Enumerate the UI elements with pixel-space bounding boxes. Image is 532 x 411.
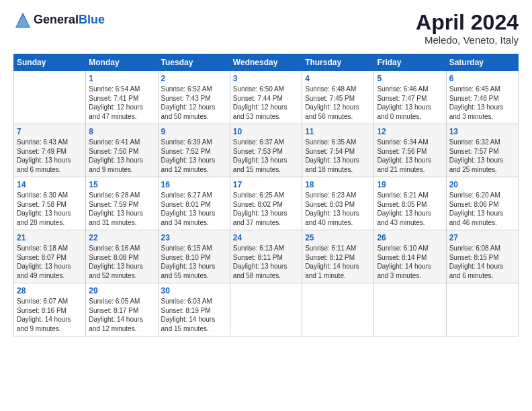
calendar-cell: 27Sunrise: 6:08 AMSunset: 8:15 PMDayligh…: [446, 230, 518, 283]
sunrise: Sunrise: 6:41 AM: [89, 138, 154, 147]
header-row: SundayMondayTuesdayWednesdayThursdayFrid…: [14, 54, 519, 71]
day-number: 16: [161, 180, 227, 189]
daylight: Daylight: 14 hours and 9 minutes.: [17, 315, 83, 333]
daylight: Daylight: 13 hours and 3 minutes.: [449, 103, 515, 121]
day-number: 13: [449, 127, 515, 136]
sunset: Sunset: 7:49 PM: [17, 147, 83, 156]
sunrise: Sunrise: 6:50 AM: [233, 85, 299, 94]
sunset: Sunset: 7:56 PM: [377, 147, 443, 156]
day-number: 2: [161, 74, 227, 83]
calendar-cell: [14, 71, 86, 124]
daylight: Daylight: 13 hours and 25 minutes.: [449, 156, 515, 174]
day-number: 28: [17, 286, 83, 295]
sunset: Sunset: 8:01 PM: [161, 200, 227, 210]
sunset: Sunset: 7:47 PM: [377, 94, 443, 103]
sunset: Sunset: 8:16 PM: [17, 306, 83, 316]
day-number: 8: [89, 127, 154, 136]
sunrise: Sunrise: 6:16 AM: [89, 244, 154, 253]
daylight: Daylight: 13 hours and 58 minutes.: [233, 262, 299, 280]
sunset: Sunset: 8:10 PM: [161, 253, 227, 263]
day-number: 26: [377, 233, 443, 242]
daylight: Daylight: 13 hours and 34 minutes.: [161, 209, 227, 227]
sunrise: Sunrise: 6:48 AM: [305, 85, 371, 94]
daylight: Daylight: 13 hours and 6 minutes.: [17, 156, 83, 174]
sunset: Sunset: 8:12 PM: [305, 253, 371, 263]
daylight: Daylight: 13 hours and 43 minutes.: [377, 209, 443, 227]
day-number: 30: [161, 286, 227, 295]
logo: GeneralBlue: [13, 11, 105, 30]
sunset: Sunset: 7:48 PM: [449, 94, 515, 103]
sunset: Sunset: 8:19 PM: [161, 306, 227, 316]
sunrise: Sunrise: 6:45 AM: [449, 85, 515, 94]
calendar-cell: [374, 283, 446, 336]
sunrise: Sunrise: 6:15 AM: [161, 244, 227, 253]
calendar-cell: 19Sunrise: 6:21 AMSunset: 8:05 PMDayligh…: [374, 177, 446, 230]
sunrise: Sunrise: 6:18 AM: [17, 244, 83, 253]
day-number: 5: [377, 74, 443, 83]
col-header-friday: Friday: [374, 54, 446, 71]
daylight: Daylight: 12 hours and 50 minutes.: [161, 103, 227, 121]
daylight: Daylight: 13 hours and 52 minutes.: [89, 262, 154, 280]
header: GeneralBlue April 2024 Meledo, Veneto, I…: [13, 11, 519, 46]
logo-icon: [13, 11, 32, 30]
day-number: 25: [305, 233, 371, 242]
sunrise: Sunrise: 6:54 AM: [89, 85, 154, 94]
sunrise: Sunrise: 6:25 AM: [233, 191, 299, 200]
sunset: Sunset: 7:58 PM: [17, 200, 83, 210]
calendar-cell: 2Sunrise: 6:52 AMSunset: 7:43 PMDaylight…: [158, 71, 230, 124]
col-header-tuesday: Tuesday: [158, 54, 230, 71]
sunrise: Sunrise: 6:27 AM: [161, 191, 227, 200]
day-number: 18: [305, 180, 371, 189]
col-header-saturday: Saturday: [446, 54, 518, 71]
daylight: Daylight: 14 hours and 12 minutes.: [89, 315, 154, 333]
sunset: Sunset: 7:50 PM: [89, 147, 154, 156]
logo-general: General: [34, 13, 79, 26]
week-row-5: 28Sunrise: 6:07 AMSunset: 8:16 PMDayligh…: [14, 283, 519, 336]
sunrise: Sunrise: 6:07 AM: [17, 297, 83, 306]
daylight: Daylight: 14 hours and 3 minutes.: [377, 262, 443, 280]
day-number: 29: [89, 286, 154, 295]
sunrise: Sunrise: 6:52 AM: [161, 85, 227, 94]
calendar-cell: 21Sunrise: 6:18 AMSunset: 8:07 PMDayligh…: [14, 230, 86, 283]
sunrise: Sunrise: 6:34 AM: [377, 138, 443, 147]
calendar-cell: 30Sunrise: 6:03 AMSunset: 8:19 PMDayligh…: [158, 283, 230, 336]
sunrise: Sunrise: 6:39 AM: [161, 138, 227, 147]
calendar-cell: 1Sunrise: 6:54 AMSunset: 7:41 PMDaylight…: [86, 71, 158, 124]
daylight: Daylight: 12 hours and 47 minutes.: [89, 103, 154, 121]
sunrise: Sunrise: 6:43 AM: [17, 138, 83, 147]
calendar-cell: 23Sunrise: 6:15 AMSunset: 8:10 PMDayligh…: [158, 230, 230, 283]
calendar-cell: 13Sunrise: 6:32 AMSunset: 7:57 PMDayligh…: [446, 124, 518, 177]
day-number: 19: [377, 180, 443, 189]
sunrise: Sunrise: 6:30 AM: [17, 191, 83, 200]
col-header-wednesday: Wednesday: [230, 54, 302, 71]
day-number: 7: [17, 127, 83, 136]
calendar-cell: 28Sunrise: 6:07 AMSunset: 8:16 PMDayligh…: [14, 283, 86, 336]
sunrise: Sunrise: 6:21 AM: [377, 191, 443, 200]
sunset: Sunset: 7:54 PM: [305, 147, 371, 156]
sunrise: Sunrise: 6:46 AM: [377, 85, 443, 94]
calendar-cell: 5Sunrise: 6:46 AMSunset: 7:47 PMDaylight…: [374, 71, 446, 124]
daylight: Daylight: 13 hours and 46 minutes.: [449, 209, 515, 227]
sunrise: Sunrise: 6:37 AM: [233, 138, 299, 147]
week-row-1: 1Sunrise: 6:54 AMSunset: 7:41 PMDaylight…: [14, 71, 519, 124]
daylight: Daylight: 13 hours and 12 minutes.: [161, 156, 227, 174]
calendar-cell: 26Sunrise: 6:10 AMSunset: 8:14 PMDayligh…: [374, 230, 446, 283]
month-title: April 2024: [416, 11, 519, 34]
day-number: 10: [233, 127, 299, 136]
day-number: 17: [233, 180, 299, 189]
calendar-cell: 8Sunrise: 6:41 AMSunset: 7:50 PMDaylight…: [86, 124, 158, 177]
day-number: 1: [89, 74, 154, 83]
daylight: Daylight: 13 hours and 49 minutes.: [17, 262, 83, 280]
day-number: 22: [89, 233, 154, 242]
day-number: 11: [305, 127, 371, 136]
week-row-4: 21Sunrise: 6:18 AMSunset: 8:07 PMDayligh…: [14, 230, 519, 283]
calendar-cell: 3Sunrise: 6:50 AMSunset: 7:44 PMDaylight…: [230, 71, 302, 124]
sunset: Sunset: 7:43 PM: [161, 94, 227, 103]
calendar-cell: 7Sunrise: 6:43 AMSunset: 7:49 PMDaylight…: [14, 124, 86, 177]
sunset: Sunset: 7:44 PM: [233, 94, 299, 103]
day-number: 23: [161, 233, 227, 242]
sunset: Sunset: 8:07 PM: [17, 253, 83, 263]
daylight: Daylight: 12 hours and 53 minutes.: [233, 103, 299, 121]
daylight: Daylight: 13 hours and 21 minutes.: [377, 156, 443, 174]
sunset: Sunset: 8:02 PM: [233, 200, 299, 210]
